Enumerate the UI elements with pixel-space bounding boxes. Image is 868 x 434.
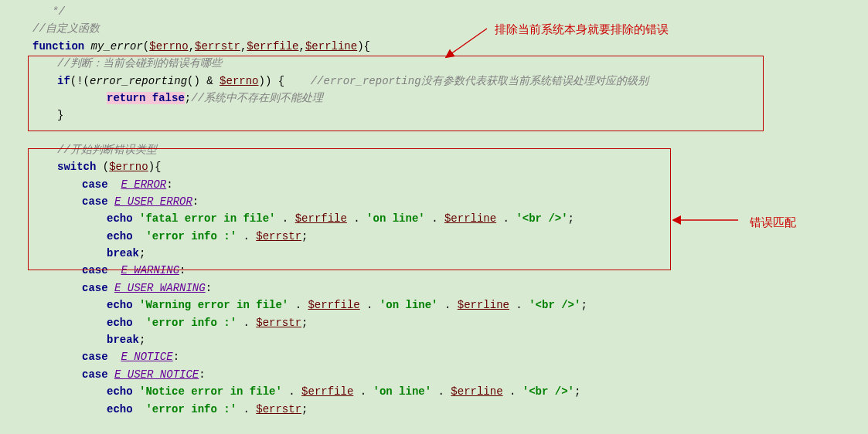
operator: . — [431, 385, 451, 398]
constant: E_USER_WARNING — [114, 282, 206, 294]
annotation-text-2: 错误匹配 — [750, 213, 796, 232]
operator: () & — [187, 75, 220, 87]
code-line: echo 'Notice error in file' . $errfile .… — [8, 383, 860, 400]
keyword-return: return false — [107, 92, 185, 104]
string-literal: '<br />' — [529, 299, 580, 311]
variable: $errstr — [256, 317, 301, 329]
colon: : — [199, 368, 205, 381]
string-literal: 'fatal error in file' — [139, 212, 275, 225]
semicolon: ; — [574, 385, 580, 398]
paren: ( — [143, 40, 149, 53]
variable: $errline — [305, 40, 357, 53]
operator: . — [347, 212, 366, 225]
brace: } — [57, 109, 63, 121]
string-literal: 'error info :' — [145, 403, 237, 415]
string-literal: '<br />' — [516, 212, 567, 225]
keyword-echo: echo — [107, 317, 145, 329]
function-call: error_reporting — [90, 75, 187, 87]
variable: $errline — [444, 212, 496, 225]
code-line: switch ($errno){ — [8, 158, 860, 175]
colon: : — [206, 282, 212, 294]
constant: E_USER_ERROR — [114, 195, 192, 208]
colon: : — [179, 264, 186, 276]
code-comment: //自定义函数 — [32, 22, 100, 35]
code-comment: //系统中不存在则不能处理 — [191, 92, 323, 104]
keyword-case: case — [82, 368, 114, 381]
operator: . — [237, 403, 256, 415]
variable: $errno — [149, 40, 188, 53]
function-name: my_error — [84, 40, 143, 53]
paren: (!( — [70, 75, 90, 87]
code-line: break; — [8, 245, 860, 262]
variable: $errstr — [195, 40, 240, 53]
string-literal: 'Notice error in file' — [139, 385, 282, 398]
semicolon: ; — [580, 299, 587, 311]
colon: : — [173, 351, 179, 363]
keyword-function: function — [32, 40, 84, 53]
variable: $errno — [109, 161, 148, 173]
operator: . — [237, 230, 256, 242]
keyword-break: break — [107, 334, 139, 346]
string-literal: 'error info :' — [145, 317, 237, 329]
keyword-case: case — [82, 195, 114, 208]
colon: : — [166, 178, 172, 191]
variable: $errline — [458, 299, 509, 311]
operator: . — [425, 212, 444, 225]
semicolon: ; — [568, 212, 574, 225]
code-line: echo 'Warning error in file' . $errfile … — [8, 297, 860, 314]
operator: . — [275, 212, 294, 225]
code-line: function my_error($errno,$errstr,$errfil… — [8, 38, 860, 55]
code-line: case E_USER_ERROR: — [8, 193, 860, 210]
code-comment: */ — [32, 5, 65, 18]
operator: . — [282, 385, 301, 398]
brace: ){ — [357, 40, 370, 53]
variable: $errfile — [308, 299, 359, 311]
semicolon: ; — [139, 247, 145, 259]
constant: E_ERROR — [121, 178, 166, 191]
comma: , — [189, 40, 195, 53]
code-line: case E_USER_WARNING: — [8, 280, 860, 297]
variable: $errfile — [301, 385, 353, 398]
operator: . — [496, 212, 516, 225]
code-line: echo 'error info :' . $errstr; — [8, 228, 860, 245]
keyword-case: case — [82, 178, 121, 191]
operator: . — [237, 317, 256, 329]
paren: ( — [103, 161, 109, 173]
code-line: case E_USER_NOTICE: — [8, 366, 860, 383]
operator: . — [438, 299, 458, 311]
code-line: break; — [8, 331, 860, 348]
string-literal: 'on line' — [366, 212, 425, 225]
variable: $errstr — [256, 230, 301, 242]
semicolon: ; — [301, 230, 308, 242]
semicolon: ; — [185, 92, 191, 104]
semicolon: ; — [301, 403, 308, 415]
operator: . — [288, 299, 308, 311]
constant: E_USER_NOTICE — [114, 368, 199, 381]
code-line: echo 'error info :' . $errstr; — [8, 401, 860, 418]
operator: . — [509, 299, 529, 311]
code-comment: //error_reporting没有参数代表获取当前系统错误处理对应的级别 — [284, 75, 648, 87]
semicolon: ; — [139, 334, 145, 346]
string-literal: '<br />' — [523, 385, 574, 398]
code-line: echo 'fatal error in file' . $errfile . … — [8, 210, 860, 227]
keyword-case: case — [82, 351, 121, 363]
variable: $errno — [220, 75, 258, 87]
annotation-text-1: 排除当前系统本身就要排除的错误 — [495, 20, 669, 39]
brace: ){ — [148, 161, 162, 173]
string-literal: 'error info :' — [145, 230, 237, 242]
code-line: case E_NOTICE: — [8, 348, 860, 365]
keyword-case: case — [82, 282, 114, 294]
string-literal: 'Warning error in file' — [139, 299, 288, 311]
code-line: case E_WARNING: — [8, 262, 860, 279]
operator: . — [360, 299, 380, 311]
constant: E_NOTICE — [121, 351, 172, 363]
string-literal: 'on line' — [380, 299, 438, 311]
keyword-if: if — [57, 75, 70, 87]
code-line: echo 'error info :' . $errstr; — [8, 314, 860, 331]
variable: $errfile — [295, 212, 347, 225]
code-line: case E_ERROR: — [8, 176, 860, 193]
semicolon: ; — [301, 317, 308, 329]
keyword-echo: echo — [107, 403, 145, 415]
keyword-echo: echo — [107, 299, 139, 311]
variable: $errstr — [256, 403, 301, 415]
